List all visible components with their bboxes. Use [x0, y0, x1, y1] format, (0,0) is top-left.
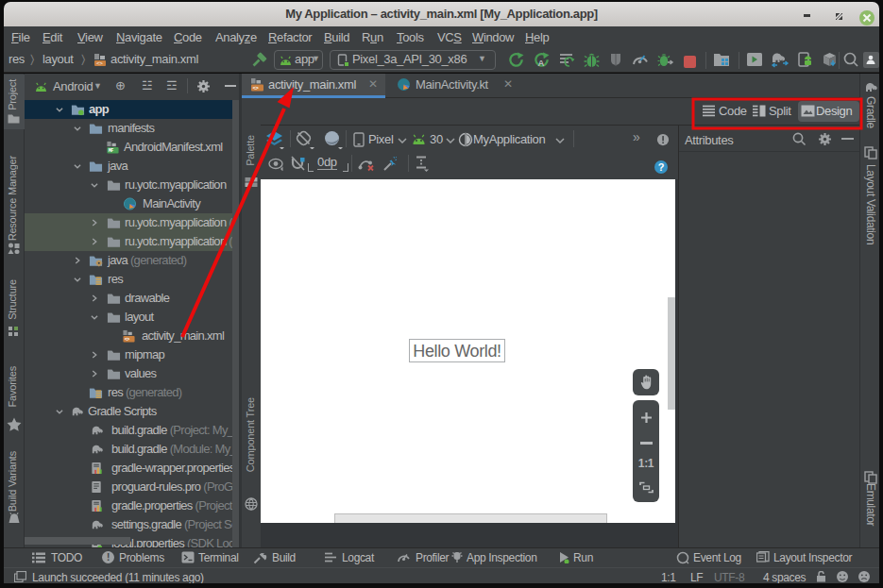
svg-text:<>: <> [125, 337, 129, 343]
svg-text:MF: MF [109, 148, 113, 154]
svg-text:<>: <> [96, 60, 103, 66]
svg-text:A: A [538, 58, 545, 68]
